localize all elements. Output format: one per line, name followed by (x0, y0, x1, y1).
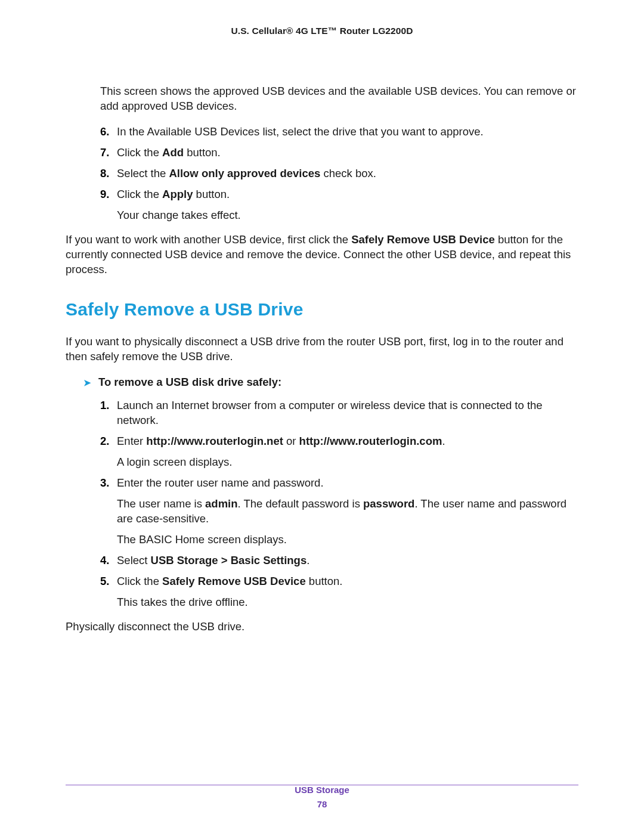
document-page: U.S. Cellular® 4G LTE™ Router LG2200D Th… (0, 0, 644, 833)
steps-list-a: 6. In the Available USB Devices list, se… (100, 125, 578, 223)
footer-section: USB Storage (0, 783, 644, 797)
step-number: 6. (100, 125, 109, 140)
step-b2: 2. Enter http://www.routerlogin.net or h… (100, 434, 578, 470)
step-text: Enter the router user name and password. (117, 476, 324, 489)
step-b1: 1. Launch an Internet browser from a com… (100, 398, 578, 428)
step-number: 5. (100, 574, 109, 589)
intro-paragraph: This screen shows the approved USB devic… (100, 84, 578, 114)
section-title: Safely Remove a USB Drive (66, 298, 578, 322)
step-number: 1. (100, 398, 109, 413)
chevron-right-icon: ➤ (83, 377, 91, 389)
step-6: 6. In the Available USB Devices list, se… (100, 125, 578, 140)
step-text: Launch an Internet browser from a comput… (117, 399, 543, 426)
step-subtext: A login screen displays. (117, 455, 578, 470)
step-text: Click the Apply button. (117, 188, 230, 200)
step-subtext: This takes the drive offline. (117, 595, 578, 610)
steps-list-b: 1. Launch an Internet browser from a com… (100, 398, 578, 610)
step-number: 3. (100, 476, 109, 491)
step-subtext: Your change takes effect. (117, 208, 578, 223)
step-number: 8. (100, 166, 109, 181)
step-number: 9. (100, 187, 109, 202)
step-text: Click the Safely Remove USB Device butto… (117, 575, 342, 587)
step-b5: 5. Click the Safely Remove USB Device bu… (100, 574, 578, 610)
step-8: 8. Select the Allow only approved device… (100, 166, 578, 181)
step-text: Select the Allow only approved devices c… (117, 167, 376, 179)
step-text: Select USB Storage > Basic Settings. (117, 554, 309, 566)
step-b4: 4. Select USB Storage > Basic Settings. (100, 553, 578, 568)
step-number: 2. (100, 434, 109, 449)
procedure-heading: ➤ To remove a USB disk drive safely: (83, 375, 578, 390)
page-footer: USB Storage 78 (0, 783, 644, 812)
document-header: U.S. Cellular® 4G LTE™ Router LG2200D (66, 25, 578, 38)
procedure-heading-text: To remove a USB disk drive safely: (98, 375, 281, 390)
step-b3: 3. Enter the router user name and passwo… (100, 476, 578, 547)
step-text: Click the Add button. (117, 146, 221, 159)
step-number: 4. (100, 553, 109, 568)
step-9: 9. Click the Apply button. Your change t… (100, 187, 578, 223)
step-subtext: The user name is admin. The default pass… (117, 497, 578, 527)
footer-page-number: 78 (0, 797, 644, 812)
step-text: Enter http://www.routerlogin.net or http… (117, 435, 445, 447)
section-intro: If you want to physically disconnect a U… (66, 335, 578, 364)
step-number: 7. (100, 145, 109, 160)
post-paragraph: If you want to work with another USB dev… (66, 233, 578, 277)
closing-paragraph: Physically disconnect the USB drive. (66, 620, 578, 634)
step-text: In the Available USB Devices list, selec… (117, 125, 484, 138)
step-subtext: The BASIC Home screen displays. (117, 532, 578, 547)
step-7: 7. Click the Add button. (100, 145, 578, 160)
